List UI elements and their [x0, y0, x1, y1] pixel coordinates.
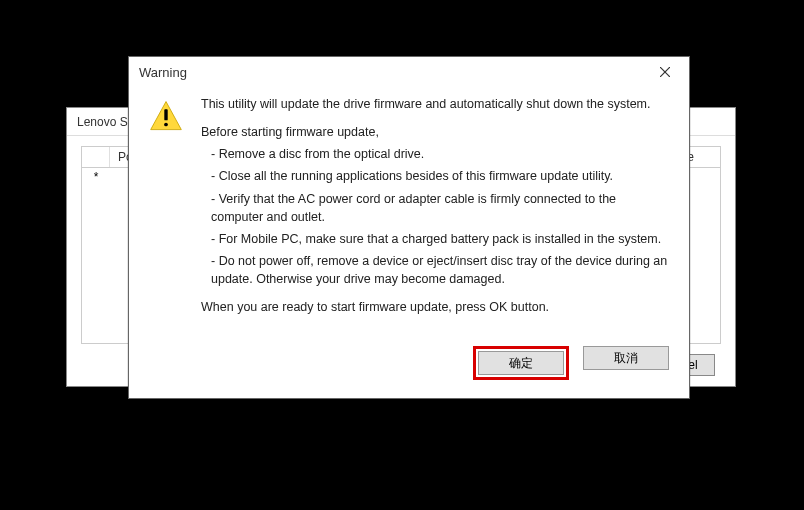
dialog-message: This utility will update the drive firmw…	[201, 95, 669, 320]
text-ready: When you are ready to start firmware upd…	[201, 298, 669, 316]
ok-button[interactable]: 确定	[478, 351, 564, 375]
text-bullet-2: - Close all the running applications bes…	[201, 167, 669, 185]
close-icon	[660, 67, 670, 77]
dialog-titlebar: Warning	[129, 57, 689, 87]
warning-dialog: Warning This utility will update the dri…	[128, 56, 690, 399]
cancel-button[interactable]: 取消	[583, 346, 669, 370]
text-before: Before starting firmware update,	[201, 123, 669, 141]
text-bullet-4: - For Mobile PC, make sure that a charge…	[201, 230, 669, 248]
table-header-star	[82, 147, 110, 167]
text-bullet-5: - Do not power off, remove a device or e…	[201, 252, 669, 288]
warning-icon	[149, 95, 185, 320]
dialog-body: This utility will update the drive firmw…	[129, 87, 689, 336]
text-intro: This utility will update the drive firmw…	[201, 95, 669, 113]
dialog-title: Warning	[139, 65, 187, 80]
table-cell-star: *	[82, 170, 110, 184]
text-bullet-3: - Verify that the AC power cord or adapt…	[201, 190, 669, 226]
text-bullet-1: - Remove a disc from the optical drive.	[201, 145, 669, 163]
dialog-button-row: 确定 取消	[129, 336, 689, 398]
svg-rect-3	[164, 109, 167, 120]
ok-highlight: 确定	[473, 346, 569, 380]
svg-point-4	[164, 123, 168, 127]
close-button[interactable]	[651, 62, 679, 82]
